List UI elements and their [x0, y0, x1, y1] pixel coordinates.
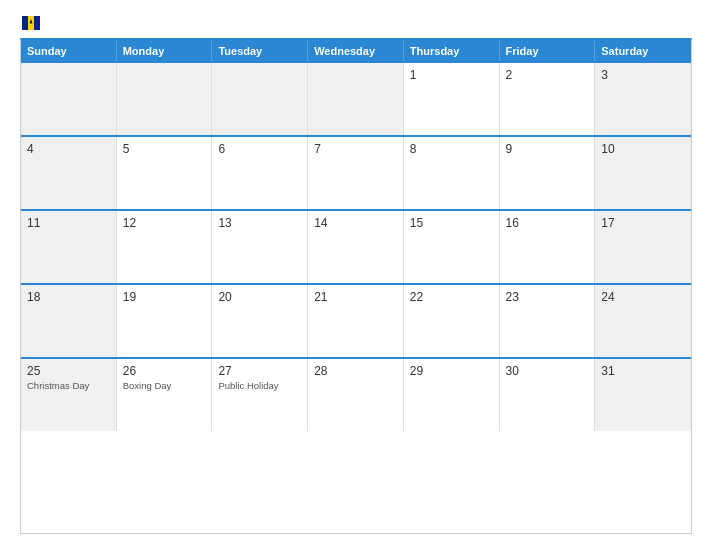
calendar-cell: 23 [500, 285, 596, 357]
calendar: SundayMondayTuesdayWednesdayThursdayFrid… [20, 38, 692, 534]
calendar-cell: 8 [404, 137, 500, 209]
calendar-cell: 21 [308, 285, 404, 357]
calendar-cell [117, 63, 213, 135]
calendar-cell: 16 [500, 211, 596, 283]
day-number: 11 [27, 216, 110, 230]
calendar-cell: 13 [212, 211, 308, 283]
calendar-cell: 12 [117, 211, 213, 283]
day-number: 28 [314, 364, 397, 378]
day-number: 5 [123, 142, 206, 156]
day-number: 13 [218, 216, 301, 230]
day-number: 3 [601, 68, 685, 82]
calendar-header-row: SundayMondayTuesdayWednesdayThursdayFrid… [21, 41, 691, 61]
calendar-cell: 10 [595, 137, 691, 209]
holiday-label: Boxing Day [123, 380, 206, 392]
day-number: 17 [601, 216, 685, 230]
calendar-cell: 5 [117, 137, 213, 209]
calendar-cell: 24 [595, 285, 691, 357]
calendar-week-2: 45678910 [21, 135, 691, 209]
calendar-cell: 31 [595, 359, 691, 431]
calendar-cell: 17 [595, 211, 691, 283]
calendar-cell: 22 [404, 285, 500, 357]
header [20, 16, 692, 28]
holiday-label: Public Holiday [218, 380, 301, 392]
day-number: 26 [123, 364, 206, 378]
calendar-cell: 1 [404, 63, 500, 135]
day-number: 10 [601, 142, 685, 156]
day-number: 25 [27, 364, 110, 378]
col-header-monday: Monday [117, 41, 213, 61]
calendar-cell: 14 [308, 211, 404, 283]
day-number: 2 [506, 68, 589, 82]
day-number: 16 [506, 216, 589, 230]
col-header-friday: Friday [500, 41, 596, 61]
svg-rect-2 [34, 16, 40, 30]
calendar-cell [212, 63, 308, 135]
calendar-cell [308, 63, 404, 135]
day-number: 9 [506, 142, 589, 156]
calendar-cell: 3 [595, 63, 691, 135]
calendar-week-4: 18192021222324 [21, 283, 691, 357]
day-number: 22 [410, 290, 493, 304]
day-number: 12 [123, 216, 206, 230]
calendar-cell: 20 [212, 285, 308, 357]
svg-rect-0 [22, 16, 28, 30]
col-header-wednesday: Wednesday [308, 41, 404, 61]
calendar-cell: 25Christmas Day [21, 359, 117, 431]
day-number: 4 [27, 142, 110, 156]
calendar-cell: 28 [308, 359, 404, 431]
day-number: 1 [410, 68, 493, 82]
calendar-cell [21, 63, 117, 135]
day-number: 14 [314, 216, 397, 230]
calendar-cell: 2 [500, 63, 596, 135]
day-number: 6 [218, 142, 301, 156]
day-number: 15 [410, 216, 493, 230]
day-number: 21 [314, 290, 397, 304]
calendar-week-3: 11121314151617 [21, 209, 691, 283]
day-number: 7 [314, 142, 397, 156]
col-header-sunday: Sunday [21, 41, 117, 61]
calendar-cell: 26Boxing Day [117, 359, 213, 431]
calendar-week-5: 25Christmas Day26Boxing Day27Public Holi… [21, 357, 691, 431]
logo [20, 16, 40, 28]
calendar-week-1: 123 [21, 61, 691, 135]
day-number: 20 [218, 290, 301, 304]
holiday-label: Christmas Day [27, 380, 110, 392]
calendar-cell: 29 [404, 359, 500, 431]
calendar-cell: 11 [21, 211, 117, 283]
day-number: 29 [410, 364, 493, 378]
page: SundayMondayTuesdayWednesdayThursdayFrid… [0, 0, 712, 550]
logo-flag-icon [22, 16, 40, 30]
day-number: 24 [601, 290, 685, 304]
day-number: 27 [218, 364, 301, 378]
calendar-cell: 7 [308, 137, 404, 209]
day-number: 30 [506, 364, 589, 378]
calendar-body: 1234567891011121314151617181920212223242… [21, 61, 691, 431]
calendar-cell: 4 [21, 137, 117, 209]
day-number: 18 [27, 290, 110, 304]
col-header-saturday: Saturday [595, 41, 691, 61]
calendar-cell: 30 [500, 359, 596, 431]
calendar-cell: 27Public Holiday [212, 359, 308, 431]
day-number: 8 [410, 142, 493, 156]
calendar-cell: 6 [212, 137, 308, 209]
calendar-cell: 19 [117, 285, 213, 357]
day-number: 19 [123, 290, 206, 304]
calendar-cell: 9 [500, 137, 596, 209]
calendar-cell: 15 [404, 211, 500, 283]
day-number: 23 [506, 290, 589, 304]
col-header-thursday: Thursday [404, 41, 500, 61]
col-header-tuesday: Tuesday [212, 41, 308, 61]
day-number: 31 [601, 364, 685, 378]
calendar-cell: 18 [21, 285, 117, 357]
